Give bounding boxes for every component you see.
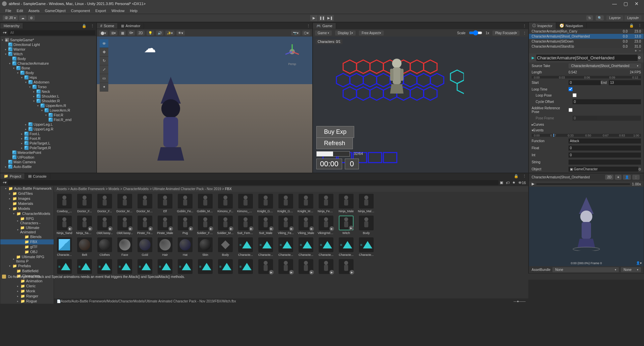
view-tool[interactable]: 👁	[100, 39, 108, 48]
folder-item[interactable]: ▸📁 Monk	[0, 289, 54, 294]
move-tool[interactable]: ✥	[100, 48, 108, 57]
loop-time-checkbox[interactable]	[569, 87, 573, 91]
scene-row[interactable]: ▾◈ SampleGame*	[0, 38, 96, 42]
asset-item[interactable]: ≡	[96, 259, 113, 275]
rotate-tool[interactable]: ↻	[100, 57, 108, 65]
hierarchy-item[interactable]: ▾Torso	[0, 84, 96, 89]
game-options-icon[interactable]: ⋮	[523, 31, 526, 35]
project-add-button[interactable]: +▾	[1, 180, 8, 185]
project-folder-tree[interactable]: ▾📁 Auto-Battle Framework▸📁 GridTiles▸📁 I…	[0, 186, 54, 304]
asset-item[interactable]: ≡Characte...	[277, 237, 294, 256]
preview-2d-toggle[interactable]: 2D	[605, 175, 613, 180]
play-mode-dropdown[interactable]: Play Focused	[492, 31, 520, 36]
end-field[interactable]	[609, 80, 641, 85]
menu-file[interactable]: File	[3, 8, 14, 13]
object-picker-icon[interactable]: ⊙	[638, 167, 641, 171]
camera-button[interactable]: 📷▾	[291, 31, 300, 36]
folder-item[interactable]: 📁 Battlefield	[0, 269, 54, 274]
draw-mode-button[interactable]: ⊞▾	[110, 31, 117, 36]
game-menu-icon[interactable]: ⋮	[521, 24, 528, 28]
asset-item[interactable]: ▶Witch	[338, 216, 355, 235]
settings-button[interactable]: ⚙	[28, 15, 35, 20]
asset-item[interactable]: ≡	[197, 259, 214, 275]
asset-item[interactable]: ▶Soldier_Ma...	[217, 216, 234, 235]
folder-item[interactable]: ▸📁 Images	[0, 196, 54, 201]
warning-icon[interactable]	[2, 275, 6, 279]
menu-export[interactable]: Export	[93, 8, 109, 13]
asset-item[interactable]: Face	[116, 237, 133, 256]
hierarchy-add-button[interactable]: +▾	[1, 31, 8, 35]
folder-item[interactable]: ▸📁 Rogue	[0, 299, 54, 304]
preview-scrubber[interactable]	[536, 183, 630, 185]
search-button[interactable]: 🔍	[596, 15, 604, 20]
asset-item[interactable]: Clothes	[96, 237, 113, 256]
project-tab[interactable]: 📁 Project	[0, 173, 25, 179]
asset-item[interactable]: ▶Suit_Female	[237, 216, 254, 235]
search-by-type-icon[interactable]: ▣	[498, 180, 504, 185]
asset-item[interactable]: ▶Pug	[177, 216, 194, 235]
inspector-lock-icon[interactable]: 🔒	[627, 23, 636, 28]
asset-item[interactable]: ▶Pirate_Male	[157, 216, 173, 235]
preview-viewport[interactable]: 0:00 (000.0%) Frame 0 👤▾	[529, 187, 644, 266]
folder-item[interactable]: 📁 OBJ	[0, 249, 54, 254]
shading-mode-button[interactable]: ⬤▾	[99, 31, 108, 36]
clip-list[interactable]: CharacterArmature|Run_Carry0.023.0Charac…	[529, 29, 644, 48]
asset-item[interactable]: Doctor_F...	[76, 194, 93, 213]
float-field[interactable]	[569, 146, 641, 151]
game-tab[interactable]: 🎮 Game	[313, 23, 336, 29]
undo-history-button[interactable]: ↻	[586, 15, 593, 20]
asset-item[interactable]: Ninja_Male...	[358, 194, 375, 213]
hierarchy-item[interactable]: ▾CharacterArmature	[0, 61, 96, 66]
hierarchy-item[interactable]: ▸Foot.L	[0, 131, 96, 136]
asset-item[interactable]: ≡	[56, 259, 73, 275]
hierarchy-item[interactable]: UIPosition	[0, 155, 96, 160]
loop-pose-checkbox[interactable]	[573, 93, 577, 97]
folder-item[interactable]: ▾📁 Auto-Battle Framework	[0, 186, 54, 191]
scene-viewport[interactable]: 👁 ✥ ↻ ⤢ ▭ ✦ ☁ Persp	[97, 37, 312, 173]
menu-gameobject[interactable]: GameObject	[42, 8, 68, 13]
asset-item[interactable]: Ninja_Male	[338, 194, 355, 213]
asset-item[interactable]: ▶	[338, 259, 355, 275]
folder-item[interactable]: 📁 Animation	[0, 279, 54, 284]
asset-item[interactable]: Belt	[76, 237, 93, 256]
hierarchy-item[interactable]: ▸Foot.R	[0, 136, 96, 141]
asset-item[interactable]: ≡	[116, 259, 133, 275]
asset-item[interactable]: ▶Pirate_Fe...	[137, 216, 153, 235]
menu-help[interactable]: Help	[127, 8, 140, 13]
asset-item[interactable]: Ninja_Fema...	[318, 194, 334, 213]
asset-item[interactable]: Hat	[177, 237, 194, 256]
crumb[interactable]: FBX	[225, 187, 232, 191]
orientation-gizmo[interactable]: Persp	[282, 42, 302, 62]
menu-assets[interactable]: Assets	[26, 8, 42, 13]
asset-item[interactable]: Goblin_Fe...	[177, 194, 194, 213]
asset-item[interactable]: Doctor_F...	[96, 194, 113, 213]
string-field[interactable]	[569, 160, 641, 165]
hierarchy-item[interactable]: ▸Neck	[0, 89, 96, 94]
clip-row[interactable]: CharacterArmature|Shoot_OneHanded0.013.0	[529, 34, 644, 39]
asset-item[interactable]: Cowboy_...	[56, 194, 73, 213]
maximize-button[interactable]: ▢	[624, 1, 628, 6]
crumb[interactable]: CharacterModels	[123, 187, 149, 191]
folder-item[interactable]: ▾📁 Ultimate Animated	[0, 225, 54, 234]
asset-item[interactable]: ≡Characte...	[318, 237, 334, 256]
hierarchy-item[interactable]: Directional Light	[0, 42, 96, 47]
menu-edit[interactable]: Edit	[14, 8, 26, 13]
aspect-dropdown[interactable]: Free Aspect	[359, 31, 383, 36]
folder-item[interactable]: ▸📁 Ranger	[0, 294, 54, 299]
asset-item[interactable]: Kimono_F...	[217, 194, 234, 213]
asset-item[interactable]: ≡	[237, 259, 254, 275]
asset-item[interactable]: ▶Viking_Fe...	[277, 216, 294, 235]
hierarchy-item[interactable]: ▸Shoulder.L	[0, 94, 96, 99]
asset-item[interactable]: ▶Ninja_Sand...	[76, 216, 93, 235]
hierarchy-search[interactable]	[8, 30, 95, 35]
scale-tool[interactable]: ⤢	[100, 65, 108, 74]
preview-pivot-icon[interactable]: ✦	[615, 175, 622, 180]
asset-item[interactable]: ≡	[177, 259, 194, 275]
preview-avatar-icon[interactable]: 👤▾	[636, 261, 642, 265]
play-button[interactable]: ▶	[310, 15, 318, 21]
asset-item[interactable]: ≡Characte...	[237, 237, 254, 256]
snap-button[interactable]: ⧉▾	[128, 30, 135, 36]
save-search-icon[interactable]: ★	[511, 180, 517, 185]
asset-item[interactable]: ≡Characte...	[298, 237, 314, 256]
clip-row[interactable]: CharacterArmature|Run_Carry0.023.0	[529, 29, 644, 34]
